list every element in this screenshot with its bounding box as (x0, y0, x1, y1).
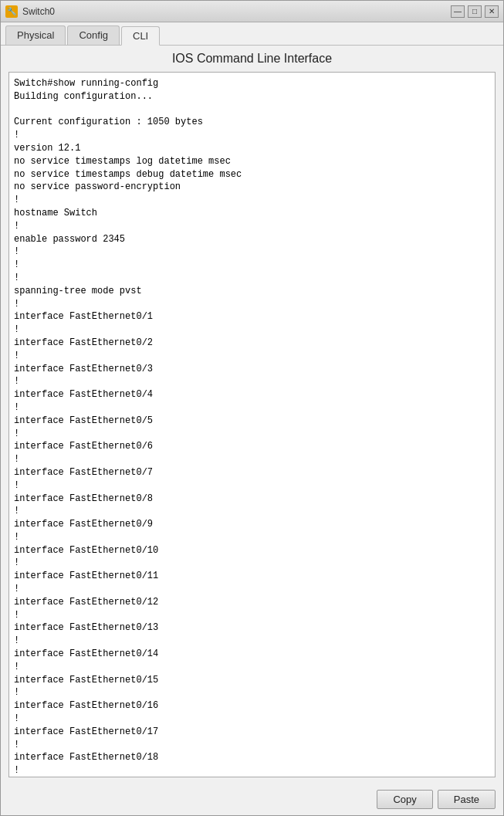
minimize-button[interactable]: — (451, 5, 465, 18)
content-area: IOS Command Line Interface (1, 46, 503, 784)
title-bar-left: 🔧 Switch0 (5, 5, 55, 18)
bottom-bar: Copy Paste (1, 784, 503, 815)
title-bar: 🔧 Switch0 — □ ✕ (1, 1, 503, 22)
tabs-bar: Physical Config CLI (1, 22, 503, 46)
page-title: IOS Command Line Interface (8, 52, 496, 66)
maximize-button[interactable]: □ (468, 5, 482, 18)
cli-area-wrapper (8, 72, 496, 777)
tab-config[interactable]: Config (67, 25, 120, 45)
paste-button[interactable]: Paste (438, 790, 496, 809)
window-controls: — □ ✕ (451, 5, 499, 18)
tab-physical[interactable]: Physical (5, 25, 66, 45)
app-icon: 🔧 (5, 5, 18, 18)
tab-cli[interactable]: CLI (121, 26, 160, 46)
cli-textarea[interactable] (9, 73, 495, 777)
main-window: 🔧 Switch0 — □ ✕ Physical Config CLI IOS … (0, 0, 504, 816)
window-title: Switch0 (22, 6, 55, 17)
copy-button[interactable]: Copy (377, 790, 432, 809)
close-button[interactable]: ✕ (485, 5, 499, 18)
